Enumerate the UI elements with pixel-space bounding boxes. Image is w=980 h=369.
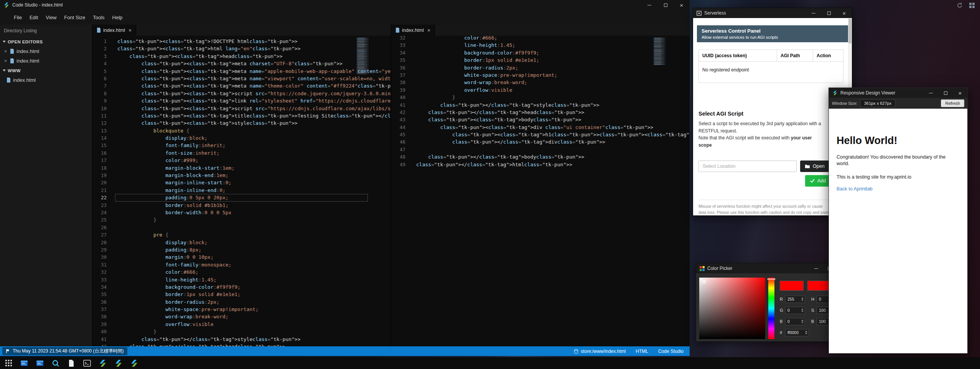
code-line[interactable]: class="tk-pun"></class="tk-tag">htmlclas… (416, 161, 690, 168)
code-line[interactable]: class="tk-pun"><class="tk-tag">meta name… (117, 68, 391, 75)
location-input[interactable] (698, 161, 797, 172)
code-line[interactable]: class="tk-pun"><class="tk-tag">bodyclass… (416, 116, 690, 123)
back-to-aprintlab-link[interactable]: Back to Aprintlab (837, 186, 960, 192)
value-input[interactable]: 0 (785, 307, 805, 314)
code-line[interactable]: display:block; (117, 239, 391, 246)
code-line[interactable]: class="tk-pun"><class="tk-tag">link rel=… (117, 97, 391, 104)
code-line[interactable]: class="tk-pun"><class="tk-tag">script sr… (117, 90, 391, 97)
close-icon[interactable]: × (3, 48, 8, 54)
menu-tools[interactable]: Tools (89, 13, 108, 22)
code-line[interactable]: class="tk-pun"><class="tk-tag">headclass… (117, 53, 391, 60)
minimap[interactable] (653, 38, 667, 65)
code-line[interactable]: class="tk-pun"><class="tk-tag">html lang… (117, 45, 391, 52)
code-line[interactable]: class="tk-pun"><class="tk-tag">meta name… (117, 75, 391, 82)
code-line[interactable]: class="tk-pun"></class="tk-tag">divclass… (416, 138, 690, 146)
code-line[interactable]: } (416, 94, 690, 101)
taskbar-window-blue-icon[interactable] (35, 359, 44, 368)
value-input[interactable]: 255 (785, 296, 805, 303)
code-line[interactable]: white-space:pre-wrap!important; (117, 306, 391, 313)
close-icon[interactable]: × (427, 27, 430, 33)
code-line[interactable]: padding:0 5px 0 20px; (117, 194, 391, 201)
hue-slider-thumb[interactable] (768, 278, 775, 280)
code-line[interactable]: background-color:#f9f9f9; (416, 49, 690, 56)
window-size-value[interactable]: 361px x 627px (860, 99, 896, 107)
code-line[interactable]: border-width:0 0 0 5px (117, 209, 391, 216)
code-line[interactable]: border:1px solid #e1e1e1; (416, 56, 690, 64)
value-input[interactable]: ff0000 (785, 329, 809, 336)
taskbar-code-studio-icon[interactable] (98, 359, 107, 368)
code-line[interactable]: class="tk-pun"><class="tk-tag">meta name… (117, 82, 391, 89)
code-line[interactable]: class="tk-pun"></class="tk-tag">stylecla… (416, 101, 690, 109)
refresh-button[interactable]: Refresh (941, 99, 964, 107)
code-line[interactable]: } (117, 328, 391, 335)
hue-slider[interactable] (768, 278, 774, 339)
code-line[interactable]: border:solid #b1b1b1; (117, 202, 391, 209)
code-line[interactable]: color:#999; (117, 157, 391, 164)
code-line[interactable]: class="tk-pun"></class="tk-tag">bodyclas… (416, 153, 690, 161)
taskbar-start-grid-icon[interactable] (4, 359, 13, 368)
code-scroller[interactable]: 1234567891011121314151617181920212223242… (92, 36, 391, 346)
code-line[interactable]: class="tk-pun"><class="tk-tag">meta char… (117, 60, 391, 67)
minimize-icon[interactable] (641, 0, 657, 10)
taskbar-terminal-icon[interactable] (82, 359, 92, 368)
sidebar-section-www[interactable]: WWW (0, 66, 92, 75)
code-line[interactable] (117, 224, 391, 231)
taskbar-search-blue-icon[interactable] (51, 359, 60, 368)
minimize-icon[interactable] (924, 88, 938, 98)
code-content[interactable]: color:#666; line-height:1.45; background… (414, 36, 690, 346)
code-line[interactable]: class="tk-pun"><class="tk-tag">titleclas… (117, 112, 391, 119)
code-line[interactable]: font-size:inherit; (117, 149, 391, 157)
scrollbar-thumb[interactable] (848, 19, 852, 43)
close-icon[interactable]: × (128, 27, 132, 33)
code-line[interactable]: font-family:inherit; (117, 142, 391, 149)
menu-file[interactable]: File (10, 13, 26, 22)
code-line[interactable]: color:#666; (117, 268, 391, 276)
code-line[interactable]: pre { (117, 231, 391, 238)
color-picker-title-bar[interactable]: Color Picker × (696, 263, 849, 273)
code-line[interactable]: class="tk-pun"></class="tk-tag">stylecla… (117, 336, 391, 343)
sidebar-item-index.html[interactable]: ×index.html (0, 56, 92, 66)
code-line[interactable]: background-color:#f9f9f9; (117, 283, 391, 291)
code-line[interactable]: line-height:1.45; (416, 41, 690, 49)
code-line[interactable]: border:1px solid #e1e1e1; (117, 291, 391, 298)
code-line[interactable]: font-family:monospace; (117, 261, 391, 268)
code-line[interactable]: color:#666; (416, 36, 690, 41)
value-input[interactable]: 0 (785, 318, 805, 325)
code-line[interactable]: class="tk-pun"><class="tk-tag">!DOCTYPE … (117, 38, 391, 45)
code-line[interactable]: class="tk-pun"><class="tk-tag">styleclas… (117, 119, 391, 127)
code-line[interactable]: margin-inline-end:0; (117, 187, 391, 194)
close-icon[interactable]: × (674, 0, 690, 10)
code-line[interactable]: padding:8px; (117, 246, 391, 253)
code-line[interactable]: margin-block-start:1em; (117, 164, 391, 172)
code-line[interactable]: class="tk-pun"><class="tk-tag">h1class="… (416, 131, 690, 138)
code-line[interactable]: line-height:1.45; (117, 276, 391, 283)
color-cursor[interactable] (702, 280, 706, 283)
close-icon[interactable]: × (3, 58, 8, 64)
taskbar-code-studio-icon[interactable] (114, 359, 123, 368)
sidebar-item-index.html[interactable]: index.html (0, 75, 92, 85)
apps-grid-icon[interactable] (968, 2, 975, 9)
refresh-icon[interactable] (956, 2, 963, 9)
code-line[interactable]: margin-inline-start:0; (117, 179, 391, 186)
code-line[interactable]: border-radius:2px; (416, 64, 690, 71)
saturation-value-area[interactable] (699, 278, 765, 339)
status-language[interactable]: HTML (636, 349, 648, 354)
code-line[interactable]: word-wrap:break-word; (416, 79, 690, 86)
code-line[interactable]: white-space:pre-wrap!important; (416, 71, 690, 79)
sidebar-section-open-editors[interactable]: OPEN EDITORS (0, 37, 92, 46)
tab-index-html[interactable]: index.html × (391, 25, 435, 36)
code-line[interactable]: } (117, 216, 391, 223)
maximize-icon[interactable] (821, 8, 837, 18)
status-time[interactable]: Thu May 11 2023 21:54:48 GMT+0800 (台北標準時… (2, 347, 127, 355)
status-file-path[interactable]: store:/www/index.html (574, 349, 626, 354)
code-line[interactable]: overflow:visible (416, 86, 690, 94)
serverless-title-bar[interactable]: Serverless × (693, 8, 852, 18)
taskbar-file-white-icon[interactable] (67, 359, 76, 368)
code-line[interactable] (416, 146, 690, 153)
main-title-bar[interactable]: Code Studio - index.html × (0, 0, 690, 10)
code-line[interactable]: border-radius:2px; (117, 298, 391, 306)
code-line[interactable]: margin:0 0 10px; (117, 253, 391, 261)
code-line[interactable]: class="tk-pun"><class="tk-tag">div class… (416, 124, 690, 131)
sidebar-item-index.html[interactable]: ×index.html (0, 46, 92, 56)
minimize-icon[interactable] (806, 8, 821, 18)
